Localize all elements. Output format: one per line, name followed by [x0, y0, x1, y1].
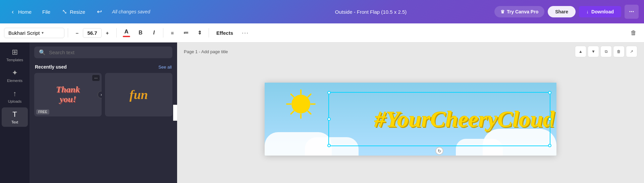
- bold-button[interactable]: B: [135, 27, 146, 38]
- item-more-button[interactable]: ···: [92, 75, 100, 81]
- resize-label: Resize: [70, 9, 85, 15]
- spacing-button[interactable]: ⇕: [194, 27, 205, 38]
- share-label: Share: [555, 9, 568, 14]
- nav-down-button[interactable]: ▼: [588, 46, 599, 57]
- header: ‹ Home File ⤡ Resize ↩ All changes saved…: [0, 0, 644, 23]
- canvas-card[interactable]: #YourCheeryCloud ↻: [265, 83, 556, 156]
- see-all-button[interactable]: See all: [158, 65, 172, 70]
- canvas-wrapper: #YourCheeryCloud ↻ ›: [177, 61, 644, 183]
- delete-page-button[interactable]: 🗑: [613, 46, 625, 57]
- italic-icon: I: [153, 30, 155, 36]
- resize-button[interactable]: ⤡ Resize: [57, 6, 89, 18]
- list-item[interactable]: fun: [105, 73, 172, 116]
- align-center-button[interactable]: ≡: [167, 27, 178, 38]
- header-right: ♛ Try Canva Pro Share ↓ Download ···: [494, 5, 639, 19]
- font-size-control: – 56.7 +: [71, 27, 113, 38]
- sidebar-item-label: Elements: [7, 79, 22, 83]
- search-input[interactable]: [49, 50, 168, 55]
- toolbar: Bukhari Script ▾ – 56.7 + A B I ≡ ≔ ⇕ Ef…: [0, 23, 644, 42]
- list-button[interactable]: ≔: [180, 27, 192, 38]
- try-canva-button[interactable]: ♛ Try Canva Pro: [494, 6, 544, 17]
- spacing-icon: ⇕: [198, 30, 202, 36]
- effects-button[interactable]: Effects: [212, 28, 237, 38]
- font-size-value[interactable]: 56.7: [83, 28, 102, 38]
- download-label: Download: [591, 9, 614, 14]
- copy-page-button[interactable]: ⧉: [600, 46, 612, 57]
- toolbar-divider-4: [209, 28, 209, 37]
- resize-icon: ⤡: [61, 8, 68, 15]
- handle-top-left[interactable]: [327, 91, 331, 94]
- download-button[interactable]: ↓ Download: [579, 6, 621, 17]
- sidebar-item-uploads[interactable]: ↑ Uploads: [2, 87, 28, 106]
- elements-icon: ✦: [12, 69, 18, 77]
- templates-icon: ⊞: [12, 48, 18, 57]
- sidebar-item-label: Uploads: [8, 99, 21, 103]
- trash-icon: 🗑: [631, 29, 637, 36]
- fun-text: fun: [129, 87, 148, 102]
- canvas-area: Page 1 - Add page title ▲ ▼ ⧉ 🗑 ↗: [177, 42, 644, 183]
- sidebar-item-elements[interactable]: ✦ Elements: [2, 66, 28, 85]
- page-label[interactable]: Page 1 - Add page title: [184, 49, 228, 54]
- nav-up-button[interactable]: ▲: [575, 46, 586, 57]
- handle-middle-left[interactable]: [327, 117, 331, 121]
- list-item[interactable]: Thankyou! ··· FREE ›: [34, 73, 102, 116]
- home-button[interactable]: ‹ Home: [5, 6, 36, 18]
- sidebar: ⊞ Templates ✦ Elements ↑ Uploads T Text: [0, 42, 30, 183]
- sidebar-item-label: Templates: [6, 58, 23, 62]
- more-dots-icon: ···: [242, 29, 249, 36]
- file-button[interactable]: File: [38, 6, 54, 17]
- align-center-icon: ≡: [171, 30, 174, 36]
- font-size-increase-button[interactable]: +: [102, 27, 113, 38]
- toolbar-divider-2: [116, 28, 117, 37]
- rotate-icon: ↻: [438, 149, 441, 154]
- handle-middle-right[interactable]: [548, 117, 551, 121]
- sun: [287, 91, 314, 117]
- hide-panel-button[interactable]: ‹: [173, 105, 177, 121]
- thank-you-text: Thankyou!: [56, 85, 80, 104]
- document-title: Outside - Front Flap (10.5 x 2.5): [250, 9, 492, 15]
- header-left: ‹ Home File ⤡ Resize ↩ All changes saved: [5, 6, 247, 18]
- section-title: Recently used: [35, 64, 67, 70]
- share-button[interactable]: Share: [548, 6, 576, 17]
- handle-bottom-left[interactable]: [327, 144, 331, 147]
- search-box: 🔍: [34, 47, 172, 58]
- chevron-down-icon: ▾: [42, 30, 44, 35]
- delete-element-button[interactable]: 🗑: [627, 27, 640, 38]
- crown-icon: ♛: [500, 9, 505, 14]
- more-icon: ···: [629, 8, 634, 15]
- download-icon: ↓: [586, 9, 589, 14]
- uploads-icon: ↑: [13, 89, 17, 98]
- auto-save-status: All changes saved: [112, 9, 150, 14]
- body-layout: ⊞ Templates ✦ Elements ↑ Uploads T Text …: [0, 42, 644, 183]
- canvas-nav: ▲ ▼ ⧉ 🗑 ↗: [575, 46, 637, 57]
- text-color-icon: A: [124, 28, 128, 35]
- font-name-label: Bukhari Script: [8, 30, 40, 36]
- sidebar-item-templates[interactable]: ⊞ Templates: [2, 45, 28, 65]
- rotate-handle[interactable]: ↻: [435, 147, 443, 155]
- share-page-button[interactable]: ↗: [626, 46, 637, 57]
- italic-button[interactable]: I: [148, 27, 160, 38]
- font-size-decrease-button[interactable]: –: [71, 27, 83, 38]
- text-color-button[interactable]: A: [120, 27, 133, 38]
- handle-top-right[interactable]: [548, 91, 551, 94]
- more-options-button[interactable]: ···: [625, 5, 639, 19]
- toolbar-divider-3: [163, 28, 163, 37]
- back-icon: ‹: [9, 8, 16, 15]
- effects-label: Effects: [216, 30, 233, 36]
- free-badge: FREE: [36, 109, 49, 114]
- sidebar-item-text[interactable]: T Text: [2, 107, 28, 127]
- list-icon: ≔: [183, 30, 189, 36]
- selection-box: ↻: [328, 92, 550, 146]
- file-label: File: [42, 9, 50, 15]
- text-items-grid: Thankyou! ··· FREE › fun: [30, 73, 177, 121]
- undo-button[interactable]: ↩: [92, 6, 107, 18]
- handle-bottom-right[interactable]: [548, 144, 551, 147]
- try-canva-label: Try Canva Pro: [507, 9, 538, 14]
- home-label: Home: [18, 9, 32, 15]
- sidebar-item-label: Text: [11, 120, 18, 124]
- toolbar-more-button[interactable]: ···: [239, 27, 252, 38]
- font-selector[interactable]: Bukhari Script ▾: [4, 28, 64, 38]
- toolbar-divider-1: [68, 28, 68, 37]
- page-title-bar: Page 1 - Add page title ▲ ▼ ⧉ 🗑 ↗: [177, 42, 644, 61]
- color-swatch: [123, 36, 130, 37]
